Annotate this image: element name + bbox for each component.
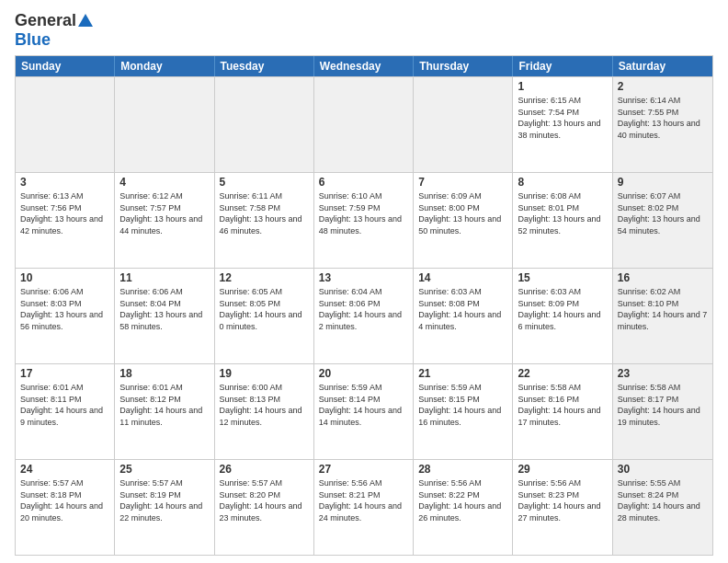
day-cell-12: 12Sunrise: 6:05 AM Sunset: 8:05 PM Dayli… [215,269,314,363]
empty-cell [115,77,214,172]
day-cell-21: 21Sunrise: 5:59 AM Sunset: 8:15 PM Dayli… [414,364,513,459]
day-info: Sunrise: 6:06 AM Sunset: 8:03 PM Dayligh… [20,286,109,332]
day-number: 11 [119,271,209,284]
day-info: Sunrise: 6:07 AM Sunset: 8:02 PM Dayligh… [618,190,708,236]
day-number: 30 [618,463,708,476]
day-cell-24: 24Sunrise: 5:57 AM Sunset: 8:18 PM Dayli… [16,460,115,555]
day-info: Sunrise: 5:56 AM Sunset: 8:22 PM Dayligh… [418,477,507,523]
header-cell-tuesday: Tuesday [215,56,314,76]
day-info: Sunrise: 5:57 AM Sunset: 8:20 PM Dayligh… [220,477,309,523]
calendar-row-0: 1Sunrise: 6:15 AM Sunset: 7:54 PM Daylig… [16,76,712,172]
day-cell-20: 20Sunrise: 5:59 AM Sunset: 8:14 PM Dayli… [314,364,414,459]
logo: General Blue [15,11,93,50]
day-number: 28 [418,463,507,476]
calendar: SundayMondayTuesdayWednesdayThursdayFrid… [15,55,713,556]
header-cell-saturday: Saturday [613,56,712,76]
day-info: Sunrise: 6:01 AM Sunset: 8:12 PM Dayligh… [119,382,209,428]
day-number: 14 [418,271,507,284]
day-number: 4 [119,176,209,189]
day-number: 22 [518,367,607,380]
day-info: Sunrise: 6:01 AM Sunset: 8:11 PM Dayligh… [20,382,109,428]
day-info: Sunrise: 6:00 AM Sunset: 8:13 PM Dayligh… [220,382,309,428]
header: General Blue [15,11,713,50]
day-cell-19: 19Sunrise: 6:00 AM Sunset: 8:13 PM Dayli… [215,364,314,459]
empty-cell [16,77,115,172]
day-info: Sunrise: 5:58 AM Sunset: 8:16 PM Dayligh… [518,382,607,428]
day-info: Sunrise: 5:56 AM Sunset: 8:23 PM Dayligh… [518,477,607,523]
day-number: 20 [319,367,408,380]
day-cell-8: 8Sunrise: 6:08 AM Sunset: 8:01 PM Daylig… [513,173,612,268]
day-info: Sunrise: 6:10 AM Sunset: 7:59 PM Dayligh… [319,190,408,236]
day-info: Sunrise: 5:57 AM Sunset: 8:18 PM Dayligh… [20,477,109,523]
logo-general: General [15,11,76,30]
calendar-body: 1Sunrise: 6:15 AM Sunset: 7:54 PM Daylig… [16,76,712,555]
day-number: 5 [220,176,309,189]
day-cell-4: 4Sunrise: 6:12 AM Sunset: 7:57 PM Daylig… [115,173,214,268]
day-cell-18: 18Sunrise: 6:01 AM Sunset: 8:12 PM Dayli… [115,364,214,459]
day-cell-3: 3Sunrise: 6:13 AM Sunset: 7:56 PM Daylig… [16,173,115,268]
day-number: 7 [418,176,507,189]
calendar-header: SundayMondayTuesdayWednesdayThursdayFrid… [16,56,712,76]
day-number: 10 [20,271,109,284]
day-cell-7: 7Sunrise: 6:09 AM Sunset: 8:00 PM Daylig… [414,173,513,268]
logo-text: General [15,11,93,30]
logo-triangle-icon [78,14,93,27]
day-info: Sunrise: 6:14 AM Sunset: 7:55 PM Dayligh… [618,95,708,141]
day-info: Sunrise: 6:13 AM Sunset: 7:56 PM Dayligh… [20,190,109,236]
day-cell-23: 23Sunrise: 5:58 AM Sunset: 8:17 PM Dayli… [613,364,712,459]
calendar-row-3: 17Sunrise: 6:01 AM Sunset: 8:11 PM Dayli… [16,363,712,459]
day-number: 2 [618,80,708,93]
day-number: 16 [618,271,708,284]
day-cell-16: 16Sunrise: 6:02 AM Sunset: 8:10 PM Dayli… [613,269,712,363]
day-number: 25 [119,463,209,476]
day-number: 3 [20,176,109,189]
day-number: 18 [119,367,209,380]
page: General Blue SundayMondayTuesdayWednesda… [0,0,728,563]
header-cell-wednesday: Wednesday [314,56,414,76]
day-cell-14: 14Sunrise: 6:03 AM Sunset: 8:08 PM Dayli… [414,269,513,363]
day-cell-1: 1Sunrise: 6:15 AM Sunset: 7:54 PM Daylig… [513,77,612,172]
day-info: Sunrise: 6:05 AM Sunset: 8:05 PM Dayligh… [220,286,309,332]
day-cell-28: 28Sunrise: 5:56 AM Sunset: 8:22 PM Dayli… [414,460,513,555]
day-number: 9 [618,176,708,189]
day-info: Sunrise: 5:59 AM Sunset: 8:14 PM Dayligh… [319,382,408,428]
day-info: Sunrise: 6:06 AM Sunset: 8:04 PM Dayligh… [119,286,209,332]
day-cell-10: 10Sunrise: 6:06 AM Sunset: 8:03 PM Dayli… [16,269,115,363]
day-number: 13 [319,271,408,284]
day-info: Sunrise: 5:55 AM Sunset: 8:24 PM Dayligh… [618,477,708,523]
day-cell-5: 5Sunrise: 6:11 AM Sunset: 7:58 PM Daylig… [215,173,314,268]
day-cell-22: 22Sunrise: 5:58 AM Sunset: 8:16 PM Dayli… [513,364,612,459]
day-cell-17: 17Sunrise: 6:01 AM Sunset: 8:11 PM Dayli… [16,364,115,459]
day-number: 1 [518,80,607,93]
day-number: 26 [220,463,309,476]
day-info: Sunrise: 6:03 AM Sunset: 8:09 PM Dayligh… [518,286,607,332]
empty-cell [414,77,513,172]
day-cell-29: 29Sunrise: 5:56 AM Sunset: 8:23 PM Dayli… [513,460,612,555]
day-number: 19 [220,367,309,380]
day-cell-30: 30Sunrise: 5:55 AM Sunset: 8:24 PM Dayli… [613,460,712,555]
day-cell-9: 9Sunrise: 6:07 AM Sunset: 8:02 PM Daylig… [613,173,712,268]
day-number: 8 [518,176,607,189]
day-info: Sunrise: 6:09 AM Sunset: 8:00 PM Dayligh… [418,190,507,236]
day-cell-27: 27Sunrise: 5:56 AM Sunset: 8:21 PM Dayli… [314,460,414,555]
day-info: Sunrise: 6:08 AM Sunset: 8:01 PM Dayligh… [518,190,607,236]
calendar-row-2: 10Sunrise: 6:06 AM Sunset: 8:03 PM Dayli… [16,268,712,363]
day-number: 29 [518,463,607,476]
day-cell-11: 11Sunrise: 6:06 AM Sunset: 8:04 PM Dayli… [115,269,214,363]
day-cell-13: 13Sunrise: 6:04 AM Sunset: 8:06 PM Dayli… [314,269,414,363]
day-cell-6: 6Sunrise: 6:10 AM Sunset: 7:59 PM Daylig… [314,173,414,268]
day-info: Sunrise: 6:02 AM Sunset: 8:10 PM Dayligh… [618,286,708,332]
day-cell-15: 15Sunrise: 6:03 AM Sunset: 8:09 PM Dayli… [513,269,612,363]
day-info: Sunrise: 6:03 AM Sunset: 8:08 PM Dayligh… [418,286,507,332]
header-cell-sunday: Sunday [16,56,115,76]
day-number: 23 [618,367,708,380]
day-info: Sunrise: 5:59 AM Sunset: 8:15 PM Dayligh… [418,382,507,428]
day-info: Sunrise: 5:56 AM Sunset: 8:21 PM Dayligh… [319,477,408,523]
calendar-row-4: 24Sunrise: 5:57 AM Sunset: 8:18 PM Dayli… [16,459,712,555]
header-cell-thursday: Thursday [414,56,513,76]
day-number: 21 [418,367,507,380]
logo-blue: Blue [15,30,51,50]
day-info: Sunrise: 6:11 AM Sunset: 7:58 PM Dayligh… [220,190,309,236]
header-cell-monday: Monday [115,56,214,76]
day-number: 15 [518,271,607,284]
